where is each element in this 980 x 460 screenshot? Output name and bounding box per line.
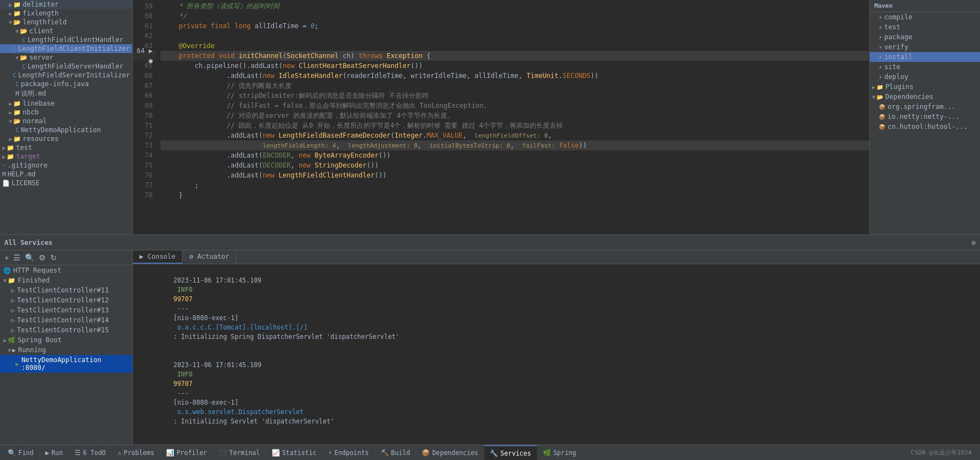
service-TestCC13[interactable]: ▷ TestClientController#13 — [0, 305, 132, 315]
tree-item-NettyDemoApp[interactable]: C NettyDemoApplication — [0, 126, 132, 134]
console-output[interactable]: 2023-11-06 17:01:45.109 INFO 99707 --- [… — [133, 264, 980, 445]
spring-tab-label: Spring — [553, 449, 577, 457]
tree-label-package-info: package-info.java — [21, 80, 89, 88]
maven-item-test[interactable]: ⚡ test — [870, 22, 980, 32]
tab-run[interactable]: ▶ Run — [40, 445, 69, 461]
maven-item-compile[interactable]: ⚡ compile — [870, 12, 980, 22]
service-http-request[interactable]: 🌐 HTTP Request — [0, 265, 132, 275]
tab-dependencies[interactable]: 📦 Dependencies — [416, 445, 484, 461]
tree-item-help-md[interactable]: M HELP.md — [0, 170, 132, 179]
maven-item-install[interactable]: ⚡ install — [870, 52, 980, 62]
tree-item-shuoming[interactable]: M 说明.md — [0, 88, 132, 99]
line-68: 68 — [133, 91, 156, 101]
test-icon-13: ▷ — [11, 307, 15, 314]
tree-item-test[interactable]: ▶ 📁 test — [0, 143, 132, 152]
service-spring-boot[interactable]: ▶ 🌿 Spring Boot — [0, 335, 132, 345]
editor-area: 59 60 61 62 63 64 ▶ ● 65 66 67 68 69 70 … — [133, 0, 869, 234]
maven-label-netty: io.netty:netty-... — [888, 113, 960, 121]
tree-item-LFServerInitializer[interactable]: C LengthFieldServerInitializer — [0, 71, 132, 80]
terminal-tab-icon: ⬛ — [219, 449, 227, 457]
service-label-TestCC14: TestClientController#14 — [17, 316, 109, 324]
services-filter-btn[interactable]: 🔍 — [24, 252, 35, 263]
service-running[interactable]: ▼ ▶ Running — [0, 345, 132, 355]
line-76: 76 — [133, 170, 156, 180]
tree-label-linebase: linebase — [23, 100, 55, 107]
services-tab-label: Services — [500, 449, 531, 457]
tree-item-nbcb[interactable]: ▶ 📁 nbcb — [0, 108, 132, 117]
service-TestCC14[interactable]: ▷ TestClientController#14 — [0, 315, 132, 325]
maven-item-netty[interactable]: 📦 io.netty:netty-... — [870, 112, 980, 122]
service-finished[interactable]: ▼ 📁 Finished — [0, 275, 132, 285]
maven-item-deploy[interactable]: ⚡ deploy — [870, 72, 980, 82]
services-refresh-btn[interactable]: ↻ — [49, 252, 58, 263]
services-group-btn[interactable]: ⚙ — [38, 252, 47, 263]
code-line-72: .addLast(new LengthFieldBasedFrameDecode… — [160, 130, 869, 140]
maven-item-springfram[interactable]: 📦 org.springfram... — [870, 102, 980, 112]
code-line-76: .addLast(new LengthFieldClientHandler()) — [160, 170, 869, 180]
lifecycle-icon-deploy: ⚡ — [879, 74, 882, 80]
tree-item-server[interactable]: ▼ 📂 server — [0, 53, 132, 62]
maven-item-dependencies[interactable]: ▼ 📂 Dependencies — [870, 92, 980, 102]
maven-item-verify[interactable]: ⚡ verify — [870, 42, 980, 52]
tab-services[interactable]: 🔧 Services — [484, 445, 537, 461]
actuator-tab[interactable]: ⚙ Actuator — [183, 250, 236, 264]
code-line-66: .addLast(new IdleStateHandler(readerIdle… — [160, 71, 869, 81]
tree-item-target[interactable]: ▶ 📁 target — [0, 152, 132, 161]
log-line-3: 2023-11-06 17:01:45.110 INFO 99707 --- [… — [135, 436, 978, 445]
tree-item-normal[interactable]: ▼ 📂 normal — [0, 117, 132, 126]
service-TestCC15[interactable]: ▷ TestClientController#15 — [0, 325, 132, 335]
folder-icon-server: 📂 — [20, 54, 28, 61]
tree-item-delimiter[interactable]: ▶ 📁 delimiter — [0, 0, 132, 9]
maven-label-verify: verify — [884, 43, 908, 51]
tree-item-LFClientHandler[interactable]: C LengthFieldClientHandler — [0, 35, 132, 44]
service-TestCC12[interactable]: ▷ TestClientController#12 — [0, 295, 132, 305]
line-64: 64 ▶ ● — [133, 51, 156, 61]
tree-item-linebase[interactable]: ▶ 📁 linebase — [0, 99, 132, 108]
tab-endpoints[interactable]: ⚡ Endpoints — [323, 445, 375, 461]
line-78: 78 — [133, 190, 156, 200]
tree-item-client[interactable]: ▼ 📂 client — [0, 27, 132, 35]
tree-label-delimiter: delimiter — [23, 1, 59, 8]
folder-icon-normal: 📂 — [13, 118, 21, 125]
service-TestCC11[interactable]: ▷ TestClientController#11 — [0, 285, 132, 295]
services-add-btn[interactable]: + — [3, 252, 10, 263]
tab-statistic[interactable]: 📈 Statistic — [266, 445, 323, 461]
line-67: 67 — [133, 81, 156, 91]
tab-problems[interactable]: ⚠ Problems — [112, 445, 160, 461]
tree-item-fixlength[interactable]: ▶ 📁 fixlength — [0, 9, 132, 18]
settings-icon[interactable]: ⚙ — [972, 239, 976, 247]
dep-icon-netty: 📦 — [879, 114, 885, 120]
maven-item-package[interactable]: ⚡ package — [870, 32, 980, 42]
java-icon-LFClientInitializer: C — [13, 45, 17, 53]
endpoints-tab-label: Endpoints — [334, 449, 369, 457]
tree-item-lengthfield[interactable]: ▼ 📂 lengthfield — [0, 18, 132, 27]
code-lines[interactable]: * 所有类型（读或写）的超时时间 */ private final long a… — [160, 0, 869, 234]
console-tab[interactable]: ▶ Console — [133, 250, 183, 264]
services-list-btn[interactable]: ☰ — [12, 252, 22, 263]
test-icon-12: ▷ — [11, 297, 15, 304]
code-content[interactable]: 59 60 61 62 63 64 ▶ ● 65 66 67 68 69 70 … — [133, 0, 869, 234]
service-label-finished: Finished — [18, 276, 50, 284]
tree-item-LFClientInitializer[interactable]: C LengthFieldClientInitializer — [0, 44, 132, 53]
test-icon-11: ▷ — [11, 287, 15, 294]
tab-spring[interactable]: 🌿 Spring — [537, 445, 583, 461]
tree-item-LFServerHandler[interactable]: C LengthFieldServerHandler — [0, 62, 132, 71]
tab-profiler[interactable]: 📊 Profiler — [160, 445, 213, 461]
maven-item-hutool[interactable]: 📦 cn.hutool:hutool-... — [870, 122, 980, 132]
tab-terminal[interactable]: ⬛ Terminal — [213, 445, 266, 461]
tree-item-resources[interactable]: ▶ 📁 resources — [0, 134, 132, 143]
tab-build[interactable]: 🔨 Build — [375, 445, 417, 461]
maven-item-site[interactable]: ⚡ site — [870, 62, 980, 72]
tree-item-package-info[interactable]: C package-info.java — [0, 80, 132, 88]
tree-label-resources: resources — [23, 135, 59, 143]
maven-item-plugins[interactable]: ▶ 📁 Plugins — [870, 82, 980, 92]
tab-find[interactable]: 🔍 Find — [2, 445, 40, 461]
tree-item-gitignore[interactable]: · .gitignore — [0, 161, 132, 170]
arrow-target: ▶ — [2, 154, 6, 160]
maven-label-hutool: cn.hutool:hutool-... — [888, 123, 968, 130]
service-netty-app[interactable]: ▶ NettyDemoApplication :8080/ — [0, 355, 132, 373]
tree-item-license[interactable]: 📄 LICENSE — [0, 179, 132, 187]
tab-todo[interactable]: ☰ 6 TodO — [69, 445, 112, 461]
tree-label-server: server — [29, 54, 53, 61]
arrow-client: ▼ — [15, 28, 19, 34]
